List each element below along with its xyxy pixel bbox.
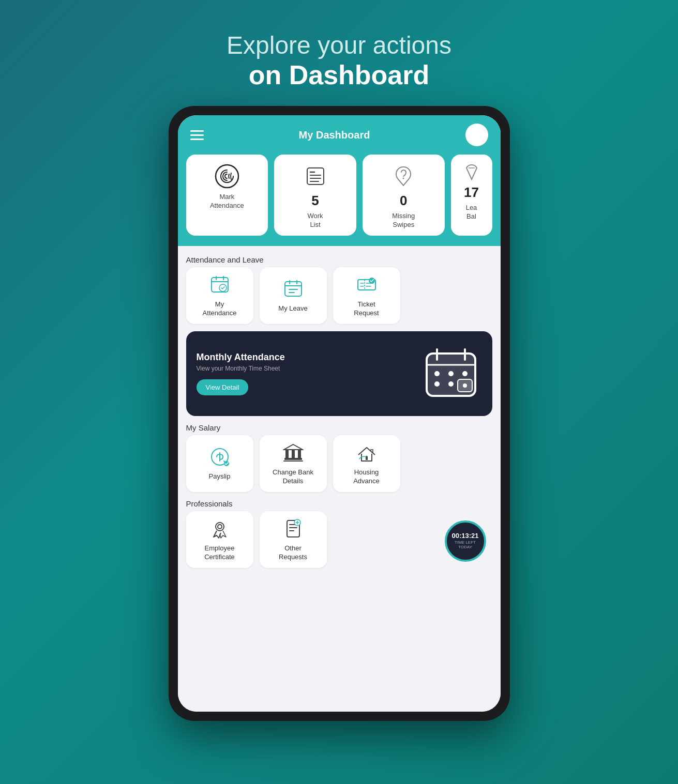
attendance-leave-label: Attendance and Leave (186, 255, 492, 264)
headline-line2: on Dashboard (227, 59, 451, 90)
certificate-icon (208, 517, 231, 540)
change-bank-card[interactable]: Change BankDetails (260, 435, 327, 492)
calendar-large-icon (420, 343, 482, 405)
other-requests-label: OtherRequests (279, 544, 307, 562)
housing-advance-card[interactable]: HousingAdvance (333, 435, 400, 492)
hamburger-menu[interactable] (190, 130, 204, 140)
tablet-screen: My Dashboard MarkAttendance (178, 115, 501, 712)
my-attendance-label: MyAttendance (203, 300, 237, 318)
tablet-device: My Dashboard MarkAttendance (169, 106, 510, 721)
stat-label-work-list: WorkList (307, 212, 323, 229)
top-bar: My Dashboard (178, 115, 501, 155)
timer-time: 00:13:21 (451, 532, 478, 539)
my-leave-card[interactable]: My Leave (260, 267, 327, 324)
svg-point-29 (448, 381, 454, 387)
stat-card-mark-attendance[interactable]: MarkAttendance (186, 155, 268, 236)
svg-marker-35 (284, 444, 303, 450)
svg-point-31 (463, 383, 467, 388)
housing-icon (355, 441, 378, 464)
svg-point-26 (448, 371, 454, 376)
fingerprint-icon (214, 163, 240, 190)
svg-rect-38 (298, 450, 301, 458)
header-section: Explore your actions on Dashboard (227, 31, 451, 90)
employee-certificate-label: EmployeeCertificate (204, 544, 235, 562)
ticket-request-card[interactable]: TicketRequest (333, 267, 400, 324)
svg-point-27 (462, 371, 468, 376)
stat-card-work-list[interactable]: 5 WorkList (274, 155, 356, 236)
other-requests-card[interactable]: OtherRequests (260, 511, 327, 568)
my-attendance-card[interactable]: MyAttendance (186, 267, 253, 324)
salary-section: My Salary (186, 423, 492, 492)
salary-label: My Salary (186, 423, 492, 432)
dashboard-title: My Dashboard (299, 129, 370, 141)
main-content: Attendance and Leave (178, 246, 501, 712)
banner-left: Monthly Attendance View your Monthly Tim… (197, 352, 285, 395)
professionals-section: Professionals EmployeeCertificate (186, 499, 492, 568)
payslip-card[interactable]: Payslip (186, 435, 253, 492)
stat-card-leave-balance[interactable]: 17 LeaBal (451, 155, 492, 236)
svg-point-42 (218, 525, 222, 529)
stat-card-missing-swipes[interactable]: 0 MissingSwipes (363, 155, 445, 236)
ticket-request-label: TicketRequest (354, 300, 379, 318)
stat-num-leave-balance: 17 (464, 185, 479, 201)
attendance-leave-section: Attendance and Leave (186, 255, 492, 324)
attendance-icon (208, 273, 231, 296)
leave-balance-icon (462, 163, 481, 181)
svg-rect-37 (292, 450, 295, 458)
svg-point-28 (434, 381, 440, 387)
housing-advance-label: HousingAdvance (353, 468, 380, 486)
professionals-label: Professionals (186, 499, 492, 508)
stat-num-missing-swipes: 0 (400, 193, 407, 209)
stat-label-mark-attendance: MarkAttendance (210, 193, 244, 210)
missing-swipes-icon (390, 163, 417, 190)
monthly-banner: Monthly Attendance View your Monthly Tim… (186, 331, 492, 416)
my-leave-label: My Leave (278, 304, 307, 313)
svg-point-0 (216, 165, 238, 188)
svg-rect-36 (285, 450, 289, 458)
svg-point-6 (403, 178, 404, 179)
employee-certificate-card[interactable]: EmployeeCertificate (186, 511, 253, 568)
avatar[interactable] (465, 124, 488, 146)
requests-icon (282, 517, 305, 540)
leave-icon (282, 278, 305, 300)
banner-title: Monthly Attendance (197, 352, 285, 363)
headline-line1: Explore your actions (227, 31, 451, 59)
payslip-icon (208, 445, 231, 468)
stat-label-leave-balance: LeaBal (466, 204, 477, 221)
stats-row: MarkAttendance 5 WorkList (178, 155, 501, 246)
timer-widget: 00:13:21 TIME LEFTTODAY (445, 520, 486, 562)
timer-label: TIME LEFTTODAY (455, 540, 476, 550)
change-bank-label: Change BankDetails (273, 468, 313, 486)
worklist-icon (302, 163, 329, 190)
svg-rect-1 (307, 168, 324, 185)
view-detail-button[interactable]: View Detail (197, 379, 249, 395)
svg-point-25 (434, 371, 440, 376)
stat-num-work-list: 5 (311, 193, 319, 209)
banner-subtitle: View your Monthly Time Sheet (197, 365, 285, 372)
payslip-label: Payslip (209, 472, 231, 481)
attendance-leave-grid: MyAttendance (186, 267, 492, 324)
stat-label-missing-swipes: MissingSwipes (392, 212, 415, 229)
salary-grid: Payslip (186, 435, 492, 492)
svg-point-41 (216, 522, 224, 531)
bank-icon (282, 441, 305, 464)
svg-rect-39 (284, 458, 302, 460)
ticket-icon (355, 273, 378, 296)
